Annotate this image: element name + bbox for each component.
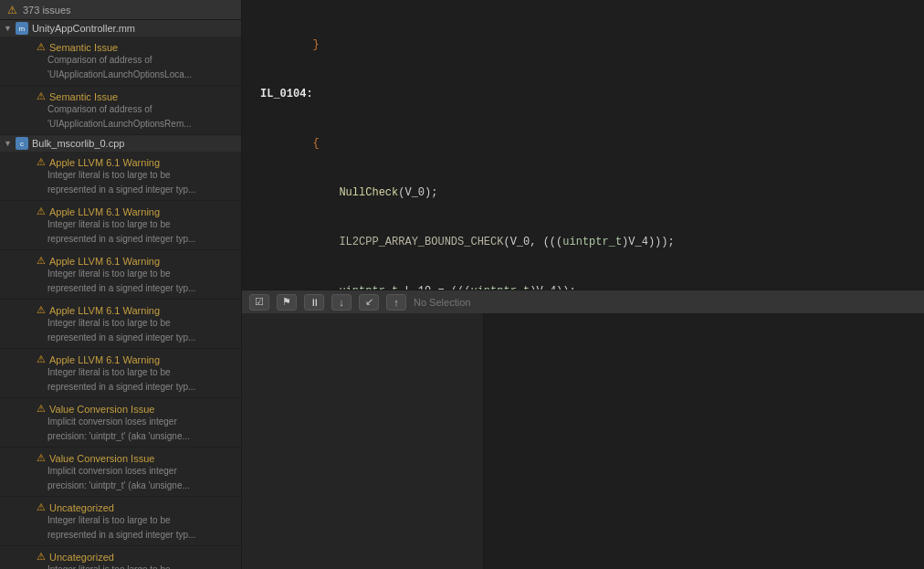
category-label: Apple LLVM 6.1 Warning: [49, 206, 160, 217]
issue-desc: represented in a signed integer typ...: [15, 282, 234, 297]
line-code: }: [260, 37, 924, 53]
list-item[interactable]: ⚠ Uncategorized Integer literal is too l…: [0, 546, 241, 569]
file-group-bulk: ▼ c Bulk_mscorlib_0.cpp ⚠ Apple LLVM 6.1…: [0, 135, 241, 569]
list-item[interactable]: ⚠ Uncategorized Integer literal is too l…: [0, 497, 241, 546]
warning-icon: ⚠: [37, 551, 46, 563]
issue-title: Implicit conversion loses integer: [15, 416, 234, 430]
line-code: uintptr_t L_19 = (((uintptr_t)V_4));: [260, 283, 924, 290]
code-line: IL2CPP_ARRAY_BOUNDS_CHECK(V_0, (((uintpt…: [242, 234, 924, 250]
issue-desc: represented in a signed integer typ...: [15, 233, 234, 248]
warning-icon: ⚠: [37, 452, 46, 464]
category-label: Apple LLVM 6.1 Warning: [49, 157, 160, 168]
issue-category: ⚠ Apple LLVM 6.1 Warning: [15, 301, 234, 317]
list-item[interactable]: ⚠ Apple LLVM 6.1 Warning Integer literal…: [0, 152, 241, 201]
code-line: {: [242, 135, 924, 152]
warning-icon: ⚠: [37, 403, 46, 415]
issue-title: Integer literal is too large to be: [15, 564, 234, 569]
issues-count-label: 373 issues: [23, 5, 71, 16]
bottom-panels: [242, 313, 924, 569]
issue-title: Integer literal is too large to be: [15, 317, 234, 332]
issue-category: ⚠ Value Conversion Issue: [15, 400, 234, 416]
file-name-unity: UnityAppController.mm: [32, 23, 135, 34]
issues-panel: ⚠ 373 issues ▼ m UnityAppController.mm ⚠…: [0, 0, 242, 569]
list-item[interactable]: ⚠ Apple LLVM 6.1 Warning Integer literal…: [0, 300, 241, 349]
step-over-button[interactable]: ↓: [331, 294, 352, 311]
issue-category: ⚠ Apple LLVM 6.1 Warning: [15, 203, 234, 218]
list-item[interactable]: ⚠ Apple LLVM 6.1 Warning Integer literal…: [0, 201, 241, 250]
line-code: {: [260, 135, 924, 152]
file-header-unity[interactable]: ▼ m UnityAppController.mm: [0, 20, 241, 37]
issue-title: Comparison of address of: [15, 54, 234, 68]
category-label: Apple LLVM 6.1 Warning: [49, 256, 160, 267]
warning-icon: ⚠: [37, 90, 46, 102]
issues-header: ⚠ 373 issues: [0, 0, 241, 20]
issue-desc: 'UIApplicationLaunchOptionsLoca...: [15, 68, 234, 83]
issue-category: ⚠ Apple LLVM 6.1 Warning: [15, 153, 234, 169]
issue-title: Comparison of address of: [15, 103, 234, 118]
line-code: IL2CPP_ARRAY_BOUNDS_CHECK(V_0, (((uintpt…: [260, 234, 924, 250]
category-label: Apple LLVM 6.1 Warning: [49, 305, 160, 316]
list-item[interactable]: ⚠ Apple LLVM 6.1 Warning Integer literal…: [0, 349, 241, 398]
category-label: Value Conversion Issue: [49, 453, 154, 464]
code-line: uintptr_t L_19 = (((uintptr_t)V_4));: [242, 283, 924, 290]
file-name-bulk: Bulk_mscorlib_0.cpp: [32, 138, 125, 149]
issue-title: Integer literal is too large to be: [15, 169, 234, 184]
list-item[interactable]: ⚠ Apple LLVM 6.1 Warning Integer literal…: [0, 250, 241, 300]
warning-icon: ⚠: [37, 353, 46, 365]
issue-desc: represented in a signed integer typ...: [15, 332, 234, 346]
issue-category: ⚠ Uncategorized: [15, 499, 234, 514]
issue-category: ⚠ Apple LLVM 6.1 Warning: [15, 252, 234, 268]
warning-icon: ⚠: [37, 501, 46, 513]
checkbox-button[interactable]: ☑: [249, 294, 269, 311]
warning-icon: ⚠: [37, 41, 46, 53]
file-icon-cpp: c: [16, 137, 28, 150]
step-into-button[interactable]: ↙: [359, 294, 379, 311]
code-area[interactable]: } IL_0104: { NullCheck(V_0);: [242, 0, 924, 290]
line-code: IL_0104:: [260, 86, 924, 102]
file-group-unity: ▼ m UnityAppController.mm ⚠ Semantic Iss…: [0, 20, 241, 135]
issue-title: Integer literal is too large to be: [15, 218, 234, 233]
file-icon-mm: m: [16, 22, 28, 35]
bottom-toolbar: ☑ ⚑ ⏸ ↓ ↙ ↑ No Selection: [242, 290, 924, 313]
issues-list[interactable]: ▼ m UnityAppController.mm ⚠ Semantic Iss…: [0, 20, 241, 569]
category-label: Value Conversion Issue: [49, 404, 154, 415]
file-header-bulk[interactable]: ▼ c Bulk_mscorlib_0.cpp: [0, 135, 241, 152]
code-panel: } IL_0104: { NullCheck(V_0);: [242, 0, 924, 569]
code-line: NullCheck(V_0);: [242, 184, 924, 201]
list-item[interactable]: ⚠ Semantic Issue Comparison of address o…: [0, 37, 241, 86]
category-label: Semantic Issue: [49, 42, 118, 53]
issue-category: ⚠ Semantic Issue: [15, 38, 234, 54]
issue-title: Implicit conversion loses integer: [15, 465, 234, 479]
bottom-left-panel: [242, 313, 484, 569]
issue-desc: represented in a signed integer typ...: [15, 184, 234, 198]
code-line: }: [242, 37, 924, 53]
issue-category: ⚠ Uncategorized: [15, 548, 234, 564]
warning-triangle-icon: ⚠: [7, 4, 17, 16]
warning-icon: ⚠: [37, 304, 46, 316]
issue-category: ⚠ Semantic Issue: [15, 88, 234, 103]
code-line: IL_0104:: [242, 86, 924, 102]
pause-button[interactable]: ⏸: [304, 294, 324, 311]
issue-desc: represented in a signed integer typ...: [15, 529, 234, 543]
warning-icon: ⚠: [37, 205, 46, 217]
list-item[interactable]: ⚠ Semantic Issue Comparison of address o…: [0, 86, 241, 135]
step-out-button[interactable]: ↑: [386, 294, 406, 311]
warning-icon: ⚠: [37, 255, 46, 267]
code-content: } IL_0104: { NullCheck(V_0);: [242, 0, 924, 290]
no-selection-label: No Selection: [414, 297, 470, 308]
bottom-right-panel: [484, 313, 924, 569]
warning-icon: ⚠: [37, 156, 46, 168]
issue-title: Integer literal is too large to be: [15, 268, 234, 282]
flag-button[interactable]: ⚑: [277, 294, 297, 311]
category-label: Uncategorized: [49, 502, 114, 513]
issue-category: ⚠ Apple LLVM 6.1 Warning: [15, 351, 234, 366]
line-code: NullCheck(V_0);: [260, 184, 924, 201]
category-label: Semantic Issue: [49, 91, 118, 102]
issue-desc: 'UIApplicationLaunchOptionsRem...: [15, 118, 234, 132]
chevron-down-icon: ▼: [4, 139, 12, 148]
category-label: Apple LLVM 6.1 Warning: [49, 354, 160, 365]
issue-category: ⚠ Value Conversion Issue: [15, 449, 234, 465]
list-item[interactable]: ⚠ Value Conversion Issue Implicit conver…: [0, 448, 241, 497]
category-label: Uncategorized: [49, 552, 114, 563]
list-item[interactable]: ⚠ Value Conversion Issue Implicit conver…: [0, 398, 241, 448]
